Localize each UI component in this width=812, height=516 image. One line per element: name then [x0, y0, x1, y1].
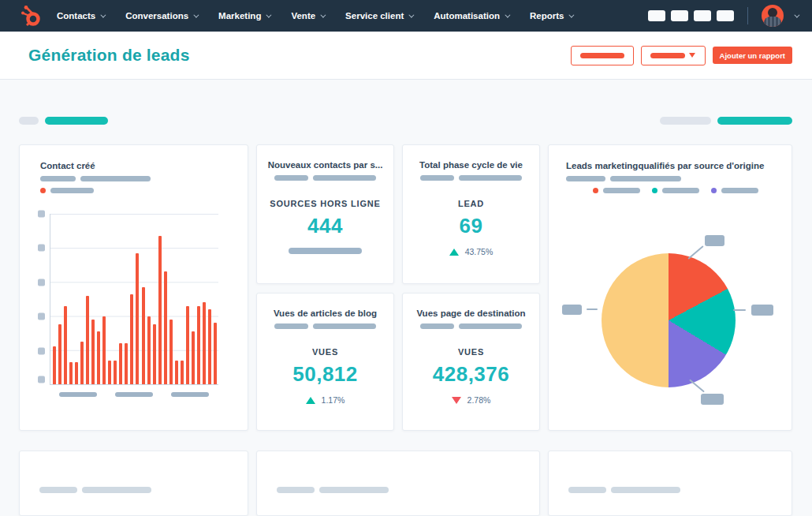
pie-legend [593, 188, 779, 193]
bar [142, 287, 145, 384]
nav-item-reports[interactable]: Reports [530, 11, 572, 21]
nav-item-vente[interactable]: Vente [291, 11, 324, 21]
y-axis [38, 214, 45, 385]
metric-delta: 2.78% [403, 395, 539, 405]
bar [114, 361, 117, 384]
pie-callout-line [689, 380, 705, 393]
card-title: Nouveaux contacts par s... [257, 160, 393, 170]
y-axis-tick-placeholder [38, 376, 45, 383]
card-title: Vues de articles de blog [257, 308, 393, 318]
bar [192, 331, 195, 384]
avatar-chevron-icon[interactable] [794, 12, 799, 17]
subtitle-pill-placeholder [274, 175, 308, 181]
dashboard-dropdown-button-placeholder[interactable] [641, 46, 706, 65]
nav-item-label: Reports [530, 11, 564, 21]
chevron-down-icon [505, 12, 510, 17]
subtitle-pill-placeholder [459, 175, 522, 181]
nav-icon-placeholder[interactable] [694, 10, 711, 21]
bar-chart-legend [40, 188, 235, 193]
nav-item-label: Conversations [125, 11, 188, 21]
nav-icon-placeholder[interactable] [648, 10, 665, 21]
bar [186, 306, 189, 384]
filter-pill-placeholder[interactable] [19, 117, 39, 125]
metric-delta: 43.75% [403, 247, 539, 256]
chevron-down-icon [266, 12, 272, 17]
bar [197, 306, 200, 384]
top-nav: Contacts Conversations Marketing Vente S… [0, 0, 812, 32]
nav-icon-placeholder[interactable] [717, 10, 734, 21]
report-card-lifecycle-stage: Total phase cycle de vie LEAD 69 43.75% [402, 144, 540, 284]
filter-row [19, 117, 792, 125]
y-axis-tick-placeholder [38, 245, 45, 252]
delta-down-icon [452, 397, 461, 404]
x-axis [50, 392, 218, 397]
legend-entry [711, 188, 758, 193]
metric-label: LEAD [403, 199, 539, 208]
chevron-down-icon [193, 12, 199, 17]
nav-item-marketing[interactable]: Marketing [218, 11, 270, 21]
bar [208, 309, 211, 384]
chevron-down-icon [409, 12, 415, 17]
bar [164, 271, 167, 384]
nav-item-contacts[interactable]: Contacts [57, 11, 104, 21]
nav-utilities [648, 5, 798, 27]
card-title-placeholder [611, 487, 680, 493]
card-subtitle-placeholder [257, 175, 393, 181]
pie-callout-line [733, 309, 746, 311]
bar [97, 331, 100, 384]
bar-chart-bars [53, 214, 217, 384]
hubspot-logo[interactable] [19, 4, 43, 28]
metric-subtext-placeholder [289, 248, 362, 254]
delta-up-icon [306, 397, 315, 404]
report-card-partial [548, 451, 792, 516]
card-title-placeholder [277, 487, 315, 493]
nav-icon-placeholder[interactable] [671, 10, 688, 21]
card-title-placeholder [319, 487, 389, 493]
page-header: Génération de leads Ajouter un rapport [0, 32, 812, 80]
nav-item-service-client[interactable]: Service client [345, 11, 412, 21]
report-card-partial [256, 451, 540, 516]
y-axis-tick-placeholder [38, 279, 45, 286]
report-card-blog-views: Vues de articles de blog VUES 50,812 1.1… [256, 293, 394, 431]
metric-delta: 1.17% [257, 395, 393, 405]
bar [69, 362, 73, 384]
nav-item-conversations[interactable]: Conversations [125, 11, 197, 21]
delta-value: 2.78% [467, 395, 491, 405]
x-axis-label-placeholder [59, 392, 97, 397]
nav-item-label: Service client [345, 11, 404, 21]
add-report-button[interactable]: Ajouter un rapport [713, 47, 792, 64]
filter-pill-placeholder[interactable] [660, 117, 711, 125]
nav-item-automatisation[interactable]: Automatisation [434, 11, 508, 21]
bar [53, 346, 56, 384]
report-card-landing-views: Vues page de destination VUES 428,376 2.… [402, 293, 540, 431]
pie-callout-label-placeholder [701, 394, 724, 405]
filter-pill-teal-placeholder[interactable] [717, 117, 792, 125]
bar [147, 316, 151, 384]
bar [158, 236, 162, 384]
metric-value: 50,812 [257, 362, 393, 387]
metric-label: VUES [403, 347, 539, 357]
subtitle-pill-placeholder [566, 176, 605, 181]
card-title: Contact créé [40, 161, 235, 170]
bar [153, 324, 156, 384]
contact-legend-dot [40, 188, 46, 193]
y-axis-tick-placeholder [38, 211, 45, 218]
subtitle-pill-placeholder [80, 176, 151, 181]
dashboard-action-button-placeholder[interactable] [571, 46, 634, 65]
bar-chart-plot [50, 214, 218, 385]
bar [86, 296, 89, 384]
card-title-placeholder [82, 487, 151, 493]
legend-dot [593, 188, 598, 193]
button-label-placeholder [580, 53, 624, 58]
legend-dot [652, 188, 657, 193]
bar [203, 302, 206, 384]
user-avatar[interactable] [762, 5, 784, 27]
metric-label: SOURCES HORS LIGNE [257, 199, 393, 208]
bar-chart [20, 214, 248, 385]
delta-value: 43.75% [465, 247, 494, 256]
report-grid-row-2 [19, 451, 792, 516]
dashboard-content: Contact créé [0, 117, 812, 516]
dropdown-caret-icon [689, 53, 695, 58]
card-subtitle-placeholder [40, 176, 235, 181]
filter-pill-teal-placeholder[interactable] [45, 117, 108, 125]
